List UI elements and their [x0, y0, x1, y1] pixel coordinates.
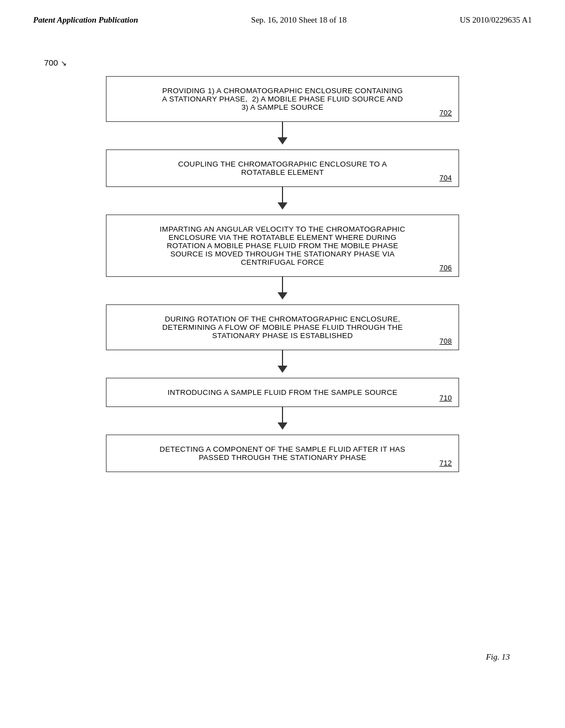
- flow-box-702-number: 702: [439, 109, 452, 117]
- arrow-702-704: [278, 122, 287, 149]
- arrow-line: [282, 187, 283, 202]
- flow-box-712: DETECTING A COMPONENT OF THE SAMPLE FLUI…: [106, 435, 459, 472]
- figure-label: Fig. 13: [486, 652, 510, 662]
- arrow-708-710: [278, 350, 287, 378]
- arrow-head: [278, 202, 287, 210]
- arrow-710-712: [278, 407, 287, 435]
- flow-box-704-text: COUPLING THE CHROMATOGRAPHIC ENCLOSURE T…: [178, 160, 387, 176]
- diagram-top-label-row: 700 ↘: [44, 58, 521, 68]
- top-arrow-indicator: ↘: [61, 59, 67, 68]
- arrow-head: [278, 422, 287, 430]
- arrow-line: [282, 122, 283, 137]
- flow-box-708-number: 708: [439, 337, 452, 345]
- arrow-line: [282, 350, 283, 366]
- flow-box-708-text: DURING ROTATION OF THE CHROMATOGRAPHIC E…: [162, 315, 403, 340]
- arrow-704-706: [278, 187, 287, 215]
- flow-box-708: DURING ROTATION OF THE CHROMATOGRAPHIC E…: [106, 304, 459, 350]
- flow-box-706-text: IMPARTING AN ANGULAR VELOCITY TO THE CHR…: [160, 225, 406, 266]
- main-content: 700 ↘ PROVIDING 1) A CHROMATOGRAPHIC ENC…: [0, 36, 565, 505]
- flow-box-706-number: 706: [439, 264, 452, 272]
- arrow-line: [282, 407, 283, 422]
- header-patent-number: US 2010/0229635 A1: [460, 15, 532, 25]
- page-header: Patent Application Publication Sep. 16, …: [0, 0, 565, 36]
- flow-box-710: INTRODUCING A SAMPLE FLUID FROM THE SAMP…: [106, 378, 459, 407]
- flowchart: PROVIDING 1) A CHROMATOGRAPHIC ENCLOSURE…: [44, 76, 521, 472]
- flow-box-710-number: 710: [439, 394, 452, 402]
- arrow-line: [282, 277, 283, 292]
- header-date-sheet: Sep. 16, 2010 Sheet 18 of 18: [251, 15, 347, 25]
- flow-box-704-number: 704: [439, 174, 452, 182]
- flow-box-704: COUPLING THE CHROMATOGRAPHIC ENCLOSURE T…: [106, 149, 459, 187]
- flow-box-712-number: 712: [439, 459, 452, 467]
- arrow-head: [278, 366, 287, 373]
- arrow-head: [278, 137, 287, 144]
- header-publication-label: Patent Application Publication: [33, 15, 138, 25]
- arrow-head: [278, 292, 287, 299]
- flow-box-702-text: PROVIDING 1) A CHROMATOGRAPHIC ENCLOSURE…: [162, 87, 403, 111]
- arrow-706-708: [278, 277, 287, 304]
- flow-box-710-text: INTRODUCING A SAMPLE FLUID FROM THE SAMP…: [168, 388, 398, 397]
- flow-box-712-text: DETECTING A COMPONENT OF THE SAMPLE FLUI…: [159, 445, 405, 462]
- flow-box-702: PROVIDING 1) A CHROMATOGRAPHIC ENCLOSURE…: [106, 76, 459, 122]
- flow-box-706: IMPARTING AN ANGULAR VELOCITY TO THE CHR…: [106, 215, 459, 277]
- diagram-top-label: 700: [44, 58, 58, 67]
